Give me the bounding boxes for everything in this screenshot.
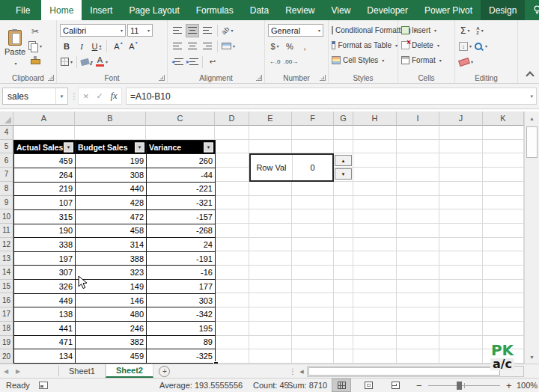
- cell[interactable]: [292, 140, 334, 154]
- tab-home[interactable]: Home: [41, 0, 82, 20]
- cell[interactable]: [334, 293, 353, 307]
- cell[interactable]: [215, 153, 249, 168]
- cell[interactable]: [249, 251, 292, 266]
- cell[interactable]: [215, 238, 249, 252]
- cell[interactable]: [292, 251, 334, 266]
- row-header-10[interactable]: 10: [0, 209, 13, 224]
- table-cell[interactable]: 24: [147, 238, 216, 252]
- italic-button[interactable]: I: [75, 40, 88, 53]
- cell[interactable]: [397, 280, 439, 294]
- cell[interactable]: [215, 126, 249, 140]
- tab-design[interactable]: Design: [481, 0, 525, 20]
- row-header-20[interactable]: 20: [0, 349, 13, 364]
- page-break-view-button[interactable]: [386, 379, 405, 392]
- alignment-dialog-launcher[interactable]: [256, 75, 262, 81]
- delete-cells-button[interactable]: Delete: [398, 37, 454, 52]
- table-cell[interactable]: -16: [147, 266, 216, 280]
- cell[interactable]: [353, 224, 397, 238]
- top-align-button[interactable]: [171, 24, 184, 37]
- table-cell[interactable]: -191: [147, 252, 216, 266]
- cell[interactable]: [249, 140, 292, 154]
- cell[interactable]: [397, 153, 439, 168]
- cell[interactable]: [439, 182, 483, 196]
- cell[interactable]: [334, 209, 353, 224]
- fill-handle[interactable]: [213, 361, 219, 364]
- cell[interactable]: [439, 251, 483, 266]
- row-header-15[interactable]: 15: [0, 280, 13, 294]
- table-cell[interactable]: 138: [14, 307, 76, 322]
- column-header-j[interactable]: J: [439, 111, 483, 126]
- cell[interactable]: [353, 307, 397, 322]
- cell[interactable]: [292, 224, 334, 238]
- cell[interactable]: [439, 349, 483, 364]
- tab-page-layout[interactable]: Page Layout: [121, 0, 187, 20]
- cell[interactable]: [397, 336, 439, 350]
- cell[interactable]: [397, 196, 439, 210]
- cell-styles-button[interactable]: Cell Styles: [329, 52, 398, 67]
- column-header-f[interactable]: F: [292, 111, 334, 126]
- cell[interactable]: [249, 209, 292, 224]
- cell[interactable]: [215, 349, 249, 364]
- cell[interactable]: [334, 322, 353, 336]
- cell[interactable]: [483, 168, 524, 182]
- table-header-cell[interactable]: Budget Sales▼: [76, 141, 147, 155]
- table-cell[interactable]: 219: [14, 183, 76, 197]
- cell[interactable]: [334, 251, 353, 266]
- table-cell[interactable]: -157: [147, 210, 216, 224]
- row-header-13[interactable]: 13: [0, 251, 13, 266]
- table-cell[interactable]: 190: [14, 224, 76, 239]
- cell[interactable]: [334, 266, 353, 280]
- table-cell[interactable]: 89: [147, 336, 216, 350]
- zoom-out-button[interactable]: −: [416, 379, 422, 392]
- cell[interactable]: [334, 280, 353, 294]
- cell[interactable]: [483, 196, 524, 210]
- paste-button[interactable]: Paste: [2, 24, 28, 73]
- cell[interactable]: [483, 140, 524, 154]
- wrap-text-button[interactable]: ↩: [206, 55, 219, 69]
- cell[interactable]: [353, 196, 397, 210]
- table-cell[interactable]: -342: [147, 307, 216, 322]
- cell[interactable]: [215, 336, 249, 350]
- row-header-18[interactable]: 18: [0, 322, 13, 336]
- cancel-button[interactable]: ×: [83, 91, 89, 102]
- table-cell[interactable]: 146: [76, 294, 147, 308]
- cell[interactable]: [439, 168, 483, 182]
- cell[interactable]: [215, 266, 249, 280]
- column-header-d[interactable]: D: [215, 111, 249, 126]
- table-cell[interactable]: -44: [147, 168, 216, 183]
- macro-record-button[interactable]: [39, 379, 48, 392]
- column-header-a[interactable]: A: [13, 111, 75, 126]
- vertical-scrollbar[interactable]: ▲ ▼: [524, 111, 539, 364]
- percent-style-button[interactable]: %: [283, 40, 296, 53]
- cell[interactable]: [483, 126, 524, 140]
- cell[interactable]: [439, 140, 483, 154]
- fill-color-button[interactable]: [80, 55, 94, 69]
- cell[interactable]: [249, 224, 292, 238]
- cell[interactable]: [249, 182, 292, 196]
- cell[interactable]: [353, 293, 397, 307]
- cell[interactable]: [249, 349, 292, 364]
- new-sheet-button[interactable]: +: [153, 364, 176, 378]
- font-size-select[interactable]: 11: [127, 24, 153, 37]
- cell[interactable]: [334, 307, 353, 322]
- cell[interactable]: [483, 251, 524, 266]
- cell[interactable]: [215, 196, 249, 210]
- cell[interactable]: [353, 251, 397, 266]
- cell[interactable]: [292, 182, 334, 196]
- formula-input[interactable]: =A10-B10: [126, 88, 537, 105]
- cell[interactable]: [334, 349, 353, 364]
- table-cell[interactable]: -221: [147, 183, 216, 197]
- cell[interactable]: [75, 126, 146, 140]
- align-left-button[interactable]: [171, 40, 184, 53]
- cell[interactable]: [439, 126, 483, 140]
- table-cell[interactable]: 382: [76, 336, 147, 350]
- table-header-cell[interactable]: Actual Sales▼: [14, 141, 76, 155]
- cell[interactable]: [334, 196, 353, 210]
- table-cell[interactable]: 246: [76, 322, 147, 336]
- cell[interactable]: [397, 349, 439, 364]
- increase-decimal-button[interactable]: ←.0: [268, 55, 281, 69]
- table-cell[interactable]: 459: [14, 154, 76, 168]
- format-as-table-button[interactable]: Format as Table: [329, 37, 398, 52]
- filter-button[interactable]: ▼: [135, 142, 144, 152]
- table-cell[interactable]: 134: [14, 349, 76, 364]
